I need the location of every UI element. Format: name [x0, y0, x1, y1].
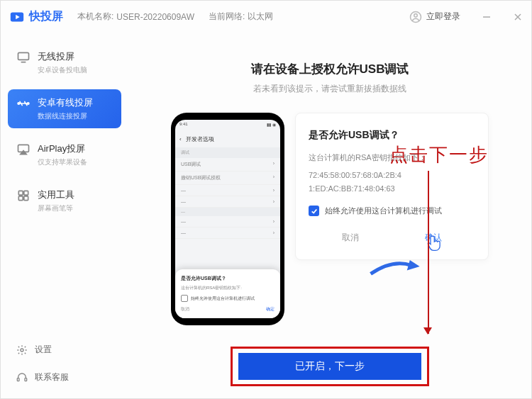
sidebar-item-label: 安卓有线投屏 [38, 96, 93, 109]
sidebar-item-settings[interactable]: 设置 [8, 339, 121, 360]
close-button[interactable] [513, 12, 523, 22]
phone-popup: 是否允许USB调试？ 这台计算机的RSA密钥指纹如下: 始终允许使用这台计算机进… [175, 269, 280, 318]
svg-marker-20 [407, 260, 421, 272]
phone-section: 调试 [175, 147, 280, 158]
svg-rect-7 [18, 52, 29, 60]
sidebar-item-sub: 屏幕画笔等 [38, 203, 74, 213]
usb-debug-card: 是否允许USB调试？ 这台计算机的RSA密钥指纹如下： 72:45:58:00:… [295, 113, 489, 260]
net-value: 以太网 [248, 11, 273, 23]
phone-status-icons: ▮▮ ◉ [267, 122, 276, 129]
sidebar-item-sub: 数据线连接投屏 [38, 111, 93, 121]
svg-rect-19 [25, 378, 27, 381]
sidebar-item-sub: 安卓设备投电脑 [38, 65, 87, 75]
svg-rect-14 [24, 191, 28, 195]
svg-point-9 [18, 103, 20, 105]
phone-mockup: 9:41▮▮ ◉ ‹开发者选项 调试 USB调试› 撤销USB调试授权› —› … [171, 113, 284, 325]
net-label: 当前网络: [209, 11, 245, 23]
svg-point-17 [21, 349, 23, 352]
sidebar-item-android-wired[interactable]: 安卓有线投屏数据线连接投屏 [8, 89, 121, 128]
user-icon [409, 11, 422, 23]
phone-time: 9:41 [179, 122, 188, 129]
sidebar-item-airplay[interactable]: AirPlay投屏仅支持苹果设备 [8, 135, 121, 174]
gear-icon [16, 344, 28, 356]
main-panel: 请在设备上授权允许USB调试 若未看到该提示，请尝试重新拔插数据线 9:41▮▮… [128, 33, 531, 398]
phone-checkbox-icon [181, 295, 188, 302]
login-button[interactable]: 立即登录 [409, 11, 460, 23]
svg-rect-13 [18, 191, 23, 195]
tools-icon [16, 189, 31, 203]
pointer-hand-icon [426, 232, 445, 252]
phone-row: USB调试 [181, 161, 201, 168]
phone-popup-ok: 确定 [266, 306, 275, 313]
login-text: 立即登录 [426, 11, 460, 23]
sidebar-item-label: AirPlay投屏 [38, 142, 87, 155]
cast-icon [16, 50, 31, 64]
annotation-text: 点击下一步 [389, 142, 489, 167]
svg-rect-15 [18, 196, 23, 201]
sidebar-item-label: 实用工具 [38, 189, 74, 201]
sidebar-item-tools[interactable]: 实用工具屏幕画笔等 [8, 181, 121, 220]
card-cancel-button[interactable]: 取消 [342, 232, 359, 244]
checkbox-checked-icon [309, 206, 319, 216]
svg-marker-12 [21, 151, 26, 154]
phone-popup-title: 是否允许USB调试？ [181, 275, 275, 282]
phone-row: 撤销USB调试授权 [181, 174, 221, 181]
host-value: USER-20220609AW [116, 12, 194, 22]
app-name: 快投屏 [29, 9, 63, 24]
sidebar-item-support[interactable]: 联系客服 [8, 367, 121, 388]
card-ok-button[interactable]: 确认 [425, 232, 442, 244]
sidebar-item-label: 无线投屏 [38, 50, 87, 63]
svg-rect-16 [24, 196, 28, 201]
page-subtitle: 若未看到该提示，请尝试重新拔插数据线 [150, 83, 510, 95]
phone-popup-body: 这台计算机的RSA密钥指纹如下: [181, 285, 275, 291]
logo-icon [9, 9, 25, 25]
cta-highlight-box: 已开启，下一步 [231, 347, 429, 386]
airplay-icon [16, 142, 31, 157]
phone-popup-cancel: 取消 [181, 306, 189, 313]
sidebar-item-wireless[interactable]: 无线投屏安卓设备投电脑 [8, 43, 121, 82]
sidebar: 无线投屏安卓设备投电脑 安卓有线投屏数据线连接投屏 AirPlay投屏仅支持苹果… [1, 33, 128, 398]
sidebar-item-label: 联系客服 [35, 371, 69, 383]
card-check-label: 始终允许使用这台计算机进行调试 [325, 206, 442, 216]
sidebar-item-sub: 仅支持苹果设备 [38, 157, 87, 167]
usb-icon [16, 96, 31, 111]
svg-point-3 [414, 13, 418, 17]
headset-icon [16, 372, 28, 383]
host-label: 本机名称: [77, 11, 113, 23]
titlebar: 快投屏 本机名称: USER-20220609AW 当前网络: 以太网 立即登录 [1, 1, 531, 33]
card-fingerprint: 72:45:58:00:57:68:0A:2B:4 1:ED:AC:BB:71:… [309, 169, 475, 195]
card-checkbox-row[interactable]: 始终允许使用这台计算机进行调试 [309, 206, 475, 216]
next-step-button[interactable]: 已开启，下一步 [238, 353, 421, 380]
phone-popup-check: 始终允许使用这台计算机进行调试 [191, 296, 255, 302]
phone-dev-header: 开发者选项 [186, 135, 214, 143]
app-logo: 快投屏 [9, 9, 63, 25]
minimize-button[interactable] [482, 12, 492, 22]
sidebar-item-label: 设置 [35, 344, 52, 356]
card-title: 是否允许USB调试？ [309, 129, 475, 142]
svg-point-10 [27, 103, 28, 105]
back-icon: ‹ [179, 136, 182, 142]
svg-rect-18 [17, 378, 19, 381]
page-title: 请在设备上授权允许USB调试 [150, 61, 510, 77]
